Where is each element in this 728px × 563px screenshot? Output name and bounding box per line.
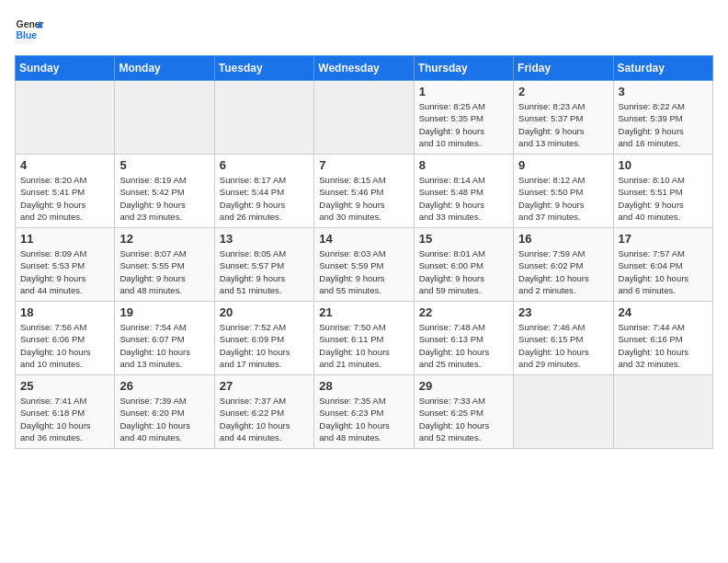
calendar-cell: 18Sunrise: 7:56 AM Sunset: 6:06 PM Dayli…	[16, 302, 115, 375]
calendar-cell: 27Sunrise: 7:37 AM Sunset: 6:22 PM Dayli…	[214, 375, 313, 449]
day-number: 11	[20, 232, 109, 246]
day-info: Sunrise: 8:15 AM Sunset: 5:46 PM Dayligh…	[319, 174, 408, 223]
day-info: Sunrise: 7:39 AM Sunset: 6:20 PM Dayligh…	[119, 395, 209, 443]
day-number: 19	[119, 305, 209, 319]
day-number: 4	[20, 158, 109, 172]
calendar-cell: 22Sunrise: 7:48 AM Sunset: 6:13 PM Dayli…	[414, 302, 513, 375]
day-info: Sunrise: 7:59 AM Sunset: 6:02 PM Dayligh…	[518, 247, 608, 296]
calendar-week-row: 11Sunrise: 8:09 AM Sunset: 5:53 PM Dayli…	[16, 228, 713, 302]
calendar-week-row: 25Sunrise: 7:41 AM Sunset: 6:18 PM Dayli…	[16, 375, 713, 449]
day-info: Sunrise: 8:03 AM Sunset: 5:59 PM Dayligh…	[319, 247, 408, 296]
day-info: Sunrise: 8:14 AM Sunset: 5:48 PM Dayligh…	[419, 174, 508, 223]
day-number: 27	[220, 379, 309, 393]
calendar-cell: 28Sunrise: 7:35 AM Sunset: 6:23 PM Dayli…	[314, 375, 414, 449]
day-number: 12	[119, 232, 209, 246]
day-info: Sunrise: 7:56 AM Sunset: 6:06 PM Dayligh…	[20, 321, 109, 370]
day-info: Sunrise: 7:35 AM Sunset: 6:23 PM Dayligh…	[319, 395, 408, 443]
day-number: 16	[518, 232, 608, 246]
calendar-cell	[214, 81, 313, 155]
day-number: 21	[319, 305, 408, 319]
day-info: Sunrise: 7:57 AM Sunset: 6:04 PM Dayligh…	[619, 247, 708, 296]
day-info: Sunrise: 8:23 AM Sunset: 5:37 PM Dayligh…	[518, 100, 608, 149]
calendar-header-row: SundayMondayTuesdayWednesdayThursdayFrid…	[16, 56, 713, 81]
day-number: 26	[119, 379, 209, 393]
calendar-cell: 29Sunrise: 7:33 AM Sunset: 6:25 PM Dayli…	[414, 375, 513, 449]
logo-icon: General Blue	[15, 15, 44, 44]
day-number: 5	[119, 158, 209, 172]
day-number: 20	[220, 305, 309, 319]
calendar-week-row: 18Sunrise: 7:56 AM Sunset: 6:06 PM Dayli…	[16, 302, 713, 375]
day-number: 1	[419, 85, 508, 98]
calendar-cell: 12Sunrise: 8:07 AM Sunset: 5:55 PM Dayli…	[115, 228, 214, 302]
day-number: 6	[220, 158, 309, 172]
day-info: Sunrise: 7:33 AM Sunset: 6:25 PM Dayligh…	[419, 395, 508, 443]
calendar-cell: 24Sunrise: 7:44 AM Sunset: 6:16 PM Dayli…	[613, 302, 712, 375]
day-info: Sunrise: 7:50 AM Sunset: 6:11 PM Dayligh…	[319, 321, 408, 370]
day-info: Sunrise: 7:52 AM Sunset: 6:09 PM Dayligh…	[220, 321, 309, 370]
calendar-cell: 7Sunrise: 8:15 AM Sunset: 5:46 PM Daylig…	[314, 155, 414, 228]
calendar-cell: 5Sunrise: 8:19 AM Sunset: 5:42 PM Daylig…	[115, 155, 214, 228]
calendar-cell: 4Sunrise: 8:20 AM Sunset: 5:41 PM Daylig…	[16, 155, 115, 228]
day-number: 23	[518, 305, 608, 319]
day-of-week-header: Tuesday	[214, 56, 313, 81]
day-info: Sunrise: 7:46 AM Sunset: 6:15 PM Dayligh…	[518, 321, 608, 370]
calendar-cell: 25Sunrise: 7:41 AM Sunset: 6:18 PM Dayli…	[16, 375, 115, 449]
day-number: 24	[619, 305, 708, 319]
day-number: 17	[619, 232, 708, 246]
calendar-cell: 13Sunrise: 8:05 AM Sunset: 5:57 PM Dayli…	[214, 228, 313, 302]
day-number: 22	[419, 305, 508, 319]
logo: General Blue	[15, 15, 44, 44]
day-number: 14	[319, 232, 408, 246]
day-info: Sunrise: 8:20 AM Sunset: 5:41 PM Dayligh…	[20, 174, 109, 223]
day-info: Sunrise: 8:01 AM Sunset: 6:00 PM Dayligh…	[419, 247, 508, 296]
day-info: Sunrise: 8:19 AM Sunset: 5:42 PM Dayligh…	[119, 174, 209, 223]
day-info: Sunrise: 8:07 AM Sunset: 5:55 PM Dayligh…	[119, 247, 209, 296]
day-info: Sunrise: 8:12 AM Sunset: 5:50 PM Dayligh…	[518, 174, 608, 223]
calendar-cell	[613, 375, 712, 449]
calendar-cell: 17Sunrise: 7:57 AM Sunset: 6:04 PM Dayli…	[613, 228, 712, 302]
calendar-cell: 1Sunrise: 8:25 AM Sunset: 5:35 PM Daylig…	[414, 81, 513, 155]
svg-text:Blue: Blue	[17, 30, 38, 40]
calendar-week-row: 1Sunrise: 8:25 AM Sunset: 5:35 PM Daylig…	[16, 81, 713, 155]
calendar-cell: 11Sunrise: 8:09 AM Sunset: 5:53 PM Dayli…	[16, 228, 115, 302]
day-number: 18	[20, 305, 109, 319]
calendar-cell: 26Sunrise: 7:39 AM Sunset: 6:20 PM Dayli…	[115, 375, 214, 449]
calendar-cell	[115, 81, 214, 155]
day-number: 7	[319, 158, 408, 172]
calendar-cell: 8Sunrise: 8:14 AM Sunset: 5:48 PM Daylig…	[414, 155, 513, 228]
day-info: Sunrise: 8:09 AM Sunset: 5:53 PM Dayligh…	[20, 247, 109, 296]
day-of-week-header: Thursday	[414, 56, 513, 81]
calendar-cell: 21Sunrise: 7:50 AM Sunset: 6:11 PM Dayli…	[314, 302, 414, 375]
calendar-cell: 6Sunrise: 8:17 AM Sunset: 5:44 PM Daylig…	[214, 155, 313, 228]
day-info: Sunrise: 7:41 AM Sunset: 6:18 PM Dayligh…	[20, 395, 109, 443]
day-info: Sunrise: 8:22 AM Sunset: 5:39 PM Dayligh…	[619, 100, 708, 149]
day-of-week-header: Wednesday	[314, 56, 414, 81]
day-number: 25	[20, 379, 109, 393]
day-info: Sunrise: 7:48 AM Sunset: 6:13 PM Dayligh…	[419, 321, 508, 370]
calendar-cell: 19Sunrise: 7:54 AM Sunset: 6:07 PM Dayli…	[115, 302, 214, 375]
calendar-cell: 10Sunrise: 8:10 AM Sunset: 5:51 PM Dayli…	[613, 155, 712, 228]
day-info: Sunrise: 8:25 AM Sunset: 5:35 PM Dayligh…	[419, 100, 508, 149]
calendar-cell: 20Sunrise: 7:52 AM Sunset: 6:09 PM Dayli…	[214, 302, 313, 375]
page-header: General Blue	[15, 15, 713, 44]
day-number: 2	[518, 85, 608, 98]
day-number: 3	[619, 85, 708, 98]
calendar-table: SundayMondayTuesdayWednesdayThursdayFrid…	[15, 55, 713, 449]
day-of-week-header: Friday	[514, 56, 613, 81]
day-number: 9	[518, 158, 608, 172]
calendar-week-row: 4Sunrise: 8:20 AM Sunset: 5:41 PM Daylig…	[16, 155, 713, 228]
day-number: 28	[319, 379, 408, 393]
day-of-week-header: Monday	[115, 56, 214, 81]
day-info: Sunrise: 8:05 AM Sunset: 5:57 PM Dayligh…	[220, 247, 309, 296]
day-number: 13	[220, 232, 309, 246]
day-of-week-header: Sunday	[16, 56, 115, 81]
day-info: Sunrise: 7:37 AM Sunset: 6:22 PM Dayligh…	[220, 395, 309, 443]
day-number: 15	[419, 232, 508, 246]
calendar-cell	[514, 375, 613, 449]
calendar-cell	[314, 81, 414, 155]
calendar-cell: 3Sunrise: 8:22 AM Sunset: 5:39 PM Daylig…	[613, 81, 712, 155]
calendar-cell: 14Sunrise: 8:03 AM Sunset: 5:59 PM Dayli…	[314, 228, 414, 302]
calendar-cell	[16, 81, 115, 155]
day-info: Sunrise: 7:54 AM Sunset: 6:07 PM Dayligh…	[119, 321, 209, 370]
calendar-cell: 9Sunrise: 8:12 AM Sunset: 5:50 PM Daylig…	[514, 155, 613, 228]
